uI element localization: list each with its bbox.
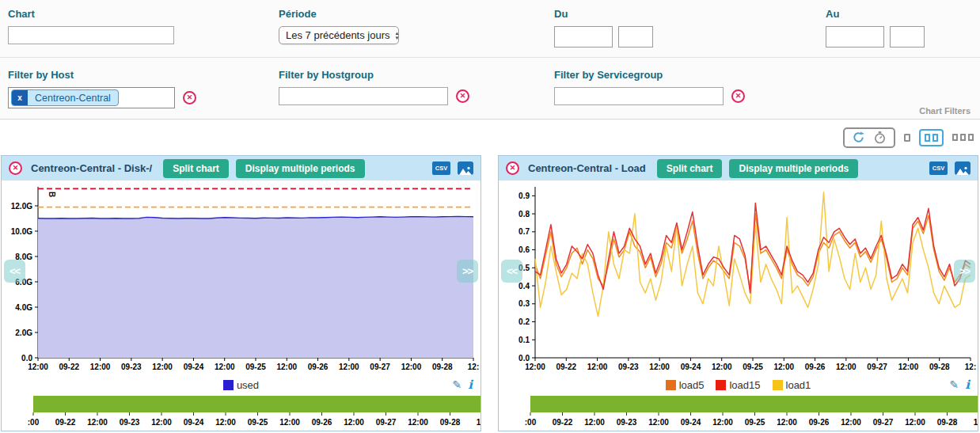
- svg-text:12:00: 12:00: [525, 363, 545, 371]
- info-icon[interactable]: i: [965, 378, 970, 392]
- svg-text:09-23: 09-23: [617, 418, 637, 427]
- stopwatch-icon[interactable]: [873, 131, 887, 144]
- layout-3-columns-icon[interactable]: [952, 134, 974, 141]
- disk-status-timeline: :0009-2212:0009-2312:0009-2412:0009-2512…: [33, 394, 481, 430]
- chart-title: Centreon-Central - Load: [528, 162, 646, 174]
- servicegroup-filter-label: Filter by Servicegroup: [554, 69, 745, 81]
- timeline-axis: :0009-2212:0009-2312:0009-2412:0009-2512…: [522, 412, 978, 430]
- svg-text:12:00: 12:00: [151, 418, 172, 427]
- svg-text:0.0: 0.0: [518, 354, 530, 363]
- svg-text:12:00: 12:00: [401, 363, 422, 371]
- svg-text:09-28: 09-28: [440, 418, 461, 427]
- svg-text:09-22: 09-22: [556, 363, 576, 371]
- pencil-icon[interactable]: ✎: [950, 378, 959, 391]
- chart-filter-input[interactable]: [8, 26, 174, 44]
- du-field: Du: [554, 8, 653, 47]
- split-chart-button[interactable]: Split chart: [163, 159, 229, 178]
- hostgroup-filter-input[interactable]: [279, 87, 448, 105]
- clear-servicegroup-filter-icon[interactable]: ✕: [731, 89, 745, 103]
- svg-text:09-23: 09-23: [120, 418, 140, 427]
- disk-legend-row: used ✎ i: [2, 375, 481, 394]
- split-chart-button[interactable]: Split chart: [657, 159, 723, 178]
- svg-text:09-22: 09-22: [59, 363, 79, 371]
- svg-text:12:: 12:: [974, 418, 978, 427]
- used-legend-swatch: [223, 380, 234, 390]
- scroll-right-button[interactable]: >>: [954, 260, 975, 283]
- display-multiple-periods-button[interactable]: Display multiple periods: [729, 159, 858, 178]
- display-multiple-periods-button[interactable]: Display multiple periods: [236, 159, 365, 178]
- svg-text:09-24: 09-24: [681, 363, 701, 371]
- svg-text:0.2: 0.2: [518, 317, 530, 326]
- svg-text:0.4: 0.4: [518, 282, 530, 291]
- view-toolbar: [0, 120, 980, 155]
- svg-text:09-22: 09-22: [55, 418, 76, 427]
- legend-items: used: [2, 379, 481, 391]
- layout-3-columns-square: [952, 134, 958, 141]
- csv-export-icon[interactable]: CSV: [432, 161, 450, 175]
- chart-filters-panel: Chart Période Les 7 précédents jours ▲▼ …: [0, 0, 980, 120]
- info-icon[interactable]: i: [468, 378, 473, 392]
- charts-row: ✕ Centreon-Central - Disk-/ Split chart …: [0, 155, 980, 431]
- svg-text:12:00: 12:00: [649, 363, 670, 371]
- svg-text:12:00: 12:00: [712, 363, 732, 371]
- legend-item-load1: load1: [773, 379, 811, 391]
- image-export-icon[interactable]: [458, 161, 473, 175]
- image-export-icon[interactable]: [955, 161, 971, 175]
- du-date-input[interactable]: [554, 26, 613, 47]
- used-legend-label: used: [237, 379, 259, 391]
- svg-text:0.0: 0.0: [21, 354, 32, 363]
- svg-text:12.0G: 12.0G: [11, 202, 32, 211]
- svg-text:12:00: 12:00: [408, 418, 428, 427]
- disk-chart-header: ✕ Centreon-Central - Disk-/ Split chart …: [2, 156, 481, 180]
- svg-text:12:00: 12:00: [905, 418, 925, 427]
- periode-select[interactable]: Les 7 précédents jours ▲▼: [279, 26, 399, 44]
- au-label: Au: [826, 8, 925, 20]
- au-time-input[interactable]: [890, 26, 925, 47]
- legend-item-load15: load15: [716, 379, 760, 391]
- remove-chart-icon[interactable]: ✕: [506, 161, 519, 175]
- load-chart-card: ✕ Centreon-Central - Load Split chart Di…: [498, 155, 978, 431]
- csv-export-icon[interactable]: CSV: [929, 161, 948, 175]
- layout-1-column-icon[interactable]: [904, 134, 910, 142]
- load15-legend-label: load15: [729, 379, 760, 391]
- svg-text:09-23: 09-23: [618, 363, 639, 371]
- status-timeline-bar[interactable]: [530, 396, 978, 412]
- svg-text:12:00: 12:00: [279, 418, 300, 427]
- remove-tag-icon[interactable]: x: [12, 90, 28, 105]
- servicegroup-filter-input[interactable]: [554, 87, 724, 105]
- clear-host-filter-icon[interactable]: ✕: [183, 91, 196, 104]
- pencil-icon[interactable]: ✎: [453, 378, 462, 391]
- scroll-right-button[interactable]: >>: [457, 260, 478, 283]
- svg-text:0.7: 0.7: [518, 227, 530, 236]
- svg-text:10.0G: 10.0G: [11, 227, 32, 236]
- svg-text:09-26: 09-26: [805, 363, 826, 371]
- svg-text:12:: 12:: [468, 363, 479, 371]
- host-filter-field: Filter by Host x Centreon-Central ✕: [8, 69, 196, 108]
- svg-text:0.3: 0.3: [518, 299, 530, 308]
- refresh-tool-group: [843, 127, 895, 148]
- load-legend-row: load5load15load1 ✎ i: [499, 375, 978, 394]
- periode-label: Période: [279, 8, 399, 20]
- load5-legend-swatch: [666, 380, 676, 390]
- refresh-icon[interactable]: [852, 131, 865, 144]
- svg-text:12:: 12:: [965, 363, 976, 371]
- du-time-input[interactable]: [618, 26, 653, 47]
- clear-hostgroup-filter-icon[interactable]: ✕: [456, 89, 469, 103]
- scroll-left-button[interactable]: <<: [501, 260, 522, 283]
- au-date-input[interactable]: [826, 26, 884, 47]
- status-timeline-bar[interactable]: [33, 396, 481, 412]
- scroll-left-button[interactable]: <<: [4, 260, 25, 283]
- host-filter-label: Filter by Host: [8, 69, 196, 81]
- remove-chart-icon[interactable]: ✕: [9, 161, 22, 175]
- host-filter-input[interactable]: x Centreon-Central: [8, 87, 175, 108]
- svg-text:09-24: 09-24: [184, 418, 204, 427]
- layout-2-columns-icon[interactable]: [919, 129, 944, 146]
- svg-text:09-28: 09-28: [929, 363, 950, 371]
- svg-text:09-26: 09-26: [308, 363, 329, 371]
- svg-text:12:: 12:: [477, 418, 481, 427]
- filter-row-2: Filter by Host x Centreon-Central ✕ Filt…: [0, 58, 980, 120]
- svg-text:12:00: 12:00: [344, 418, 364, 427]
- svg-text:12:00: 12:00: [777, 418, 797, 427]
- legend-items: load5load15load1: [499, 379, 978, 391]
- chart-filter-label: Chart: [8, 8, 174, 20]
